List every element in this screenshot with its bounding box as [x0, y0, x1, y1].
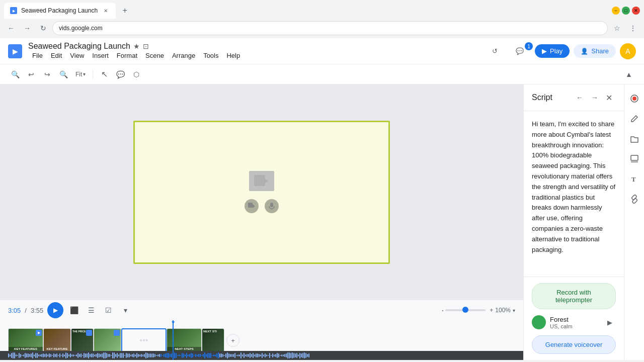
menu-scene[interactable]: Scene — [141, 51, 168, 60]
total-time: 3:55 — [31, 307, 43, 314]
timeline-thumb-5[interactable]: ••• — [121, 328, 167, 352]
speed-value: 100% — [495, 307, 511, 314]
thumb-badge-4 — [114, 330, 120, 336]
speed-dot: • — [442, 308, 443, 313]
app-title: Seaweed Packaging Launch ★ ⊡ — [28, 42, 244, 51]
sidebar-text-button[interactable]: T — [626, 171, 642, 187]
script-back-button[interactable]: ← — [573, 90, 587, 105]
bookmark-button[interactable]: ☆ — [610, 21, 624, 35]
new-tab-button[interactable]: + — [118, 4, 132, 18]
speed-slider[interactable] — [445, 309, 486, 311]
speed-control: • + 100% ▾ — [442, 307, 515, 314]
timeline-playhead: ▼ — [173, 320, 174, 360]
app-title-area: Seaweed Packaging Launch ★ ⊡ File Edit V… — [28, 42, 244, 60]
svg-point-9 — [632, 97, 636, 101]
sidebar-folder-button[interactable] — [626, 131, 642, 147]
timeline: 3:05 / 3:55 ▶ ⬛ ☰ ☑ ▾ • + 100% — [0, 300, 523, 360]
play-label: Play — [550, 47, 562, 55]
share-button[interactable]: 👤 Share — [574, 44, 616, 58]
fit-button[interactable]: Fit ▾ — [72, 70, 89, 79]
timeline-thumb-2[interactable]: KEY FEATURE — [43, 328, 71, 352]
menu-file[interactable]: File — [28, 51, 47, 60]
script-navigation: ← → — [573, 90, 602, 105]
svg-marker-3 — [263, 178, 268, 184]
forward-button[interactable]: → — [20, 21, 34, 35]
undo-button[interactable]: ↩ — [24, 67, 38, 81]
script-forward-button[interactable]: → — [588, 90, 602, 105]
folder-icon[interactable]: ⊡ — [143, 42, 149, 50]
script-panel-title: Script — [532, 93, 573, 102]
redo-button[interactable]: ↪ — [40, 67, 54, 81]
canvas-record-audio-button[interactable] — [265, 199, 279, 213]
sidebar-edit-button[interactable] — [626, 111, 642, 127]
timeline-thumb-1[interactable]: KEY FEATURES ▶ — [8, 328, 43, 352]
share-icon: 👤 — [581, 48, 588, 55]
menu-view[interactable]: View — [66, 51, 88, 60]
canvas-record-video-button[interactable] — [245, 199, 259, 213]
user-avatar[interactable]: A — [620, 43, 636, 59]
thumb-badge-3 — [86, 330, 92, 336]
current-time: 3:05 — [8, 307, 21, 314]
play-icon: ▶ — [542, 47, 547, 55]
add-slide-button[interactable]: + — [226, 334, 239, 347]
tab-close-button[interactable]: ✕ — [102, 7, 110, 15]
timeline-thumb-6[interactable]: NEXT STEPS — [167, 328, 202, 352]
history-icon: ↺ — [492, 47, 498, 55]
script-header: Script ← → ✕ — [524, 84, 624, 111]
sidebar-record-button[interactable] — [626, 90, 642, 107]
menu-insert[interactable]: Insert — [88, 51, 113, 60]
speed-dropdown-icon[interactable]: ▾ — [513, 308, 515, 313]
svg-marker-5 — [253, 204, 255, 208]
search-tool-button[interactable]: 🔍 — [8, 67, 22, 81]
maximize-button[interactable]: □ — [622, 7, 630, 15]
shape-tool-button[interactable]: ⬡ — [129, 67, 143, 81]
timeline-thumb-4[interactable] — [94, 328, 121, 352]
browser-tab[interactable]: ▶ Seaweed Packaging Launch ✕ — [4, 3, 116, 19]
comments-button[interactable]: 💬 1 — [509, 44, 531, 58]
list-view-button[interactable]: ☰ — [85, 304, 98, 317]
more-button[interactable]: ⋮ — [626, 21, 640, 35]
comments-icon: 💬 — [516, 47, 524, 55]
reload-button[interactable]: ↻ — [36, 21, 50, 35]
script-panel: Script ← → ✕ Hi team, I'm excited to sha… — [523, 84, 624, 360]
more-timeline-options[interactable]: ▾ — [119, 304, 132, 317]
menu-edit[interactable]: Edit — [47, 51, 66, 60]
voiceover-button[interactable]: Generate voiceover — [532, 335, 616, 354]
comments-badge: 1 — [525, 42, 533, 50]
voice-play-button[interactable]: ▶ — [604, 316, 616, 328]
history-button[interactable]: ↺ — [485, 44, 505, 58]
toolbar-separator — [93, 69, 93, 79]
sidebar-link-button[interactable] — [626, 191, 642, 207]
browser-chrome: ▶ Seaweed Packaging Launch ✕ + − □ ✕ ← →… — [0, 0, 644, 38]
menu-help[interactable]: Help — [222, 51, 244, 60]
minimize-button[interactable]: − — [612, 7, 620, 15]
voice-description: US, calm — [550, 323, 600, 329]
collapse-panel-button[interactable]: ▲ — [622, 67, 636, 81]
comment-tool-button[interactable]: 💬 — [113, 67, 127, 81]
fit-dropdown-icon: ▾ — [83, 71, 86, 77]
timeline-play-button[interactable]: ▶ — [47, 302, 63, 318]
sidebar-layout-button[interactable] — [626, 151, 642, 167]
app-header: ▶ Seaweed Packaging Launch ★ ⊡ File Edit… — [0, 38, 644, 64]
close-button[interactable]: ✕ — [632, 7, 640, 15]
menu-format[interactable]: Format — [113, 51, 141, 60]
zoom-button[interactable]: 🔍 — [56, 67, 70, 81]
star-icon[interactable]: ★ — [133, 42, 140, 50]
teleprompter-button[interactable]: Record with teleprompter — [532, 283, 616, 309]
voice-profile: Forest US, calm ▶ — [532, 313, 616, 331]
checkbox-button[interactable]: ☑ — [102, 304, 115, 317]
script-close-button[interactable]: ✕ — [602, 90, 616, 105]
timeline-thumb-3[interactable]: THE PRICE — [71, 328, 94, 352]
address-bar[interactable]: vids.google.com — [52, 21, 608, 35]
play-button[interactable]: ▶ Play — [535, 44, 570, 58]
captions-button[interactable]: ⬛ — [67, 304, 80, 317]
menu-arrange[interactable]: Arrange — [168, 51, 199, 60]
timeline-thumb-7[interactable]: NEXT STI — [202, 328, 224, 352]
menu-tools[interactable]: Tools — [199, 51, 222, 60]
tab-favicon: ▶ — [10, 7, 17, 14]
app-container: ▶ Seaweed Packaging Launch ★ ⊡ File Edit… — [0, 38, 644, 360]
back-button[interactable]: ← — [4, 21, 18, 35]
slide-canvas[interactable] — [133, 121, 390, 264]
svg-text:T: T — [631, 175, 636, 183]
select-tool-button[interactable]: ↖ — [97, 67, 111, 81]
